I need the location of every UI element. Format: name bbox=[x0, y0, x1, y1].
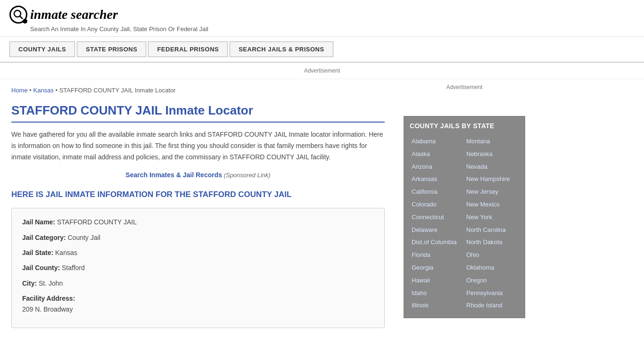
magnifier-icon bbox=[13, 9, 24, 20]
info-category-label: Jail Category: bbox=[22, 234, 66, 241]
state-link[interactable]: Ohio bbox=[464, 249, 519, 262]
description: We have gathered for you all the availab… bbox=[11, 129, 385, 163]
state-link[interactable]: Illinois bbox=[410, 299, 464, 312]
info-row-state: Jail State: Kansas bbox=[22, 247, 374, 258]
state-link[interactable]: North Dakota bbox=[464, 236, 519, 249]
breadcrumb-kansas[interactable]: Kansas bbox=[33, 87, 53, 94]
state-link[interactable]: Georgia bbox=[410, 262, 464, 274]
info-county-label: Jail County: bbox=[22, 264, 60, 272]
info-row-category: Jail Category: County Jail bbox=[22, 232, 374, 243]
logo-icon bbox=[9, 6, 27, 24]
state-link[interactable]: New Hampshire bbox=[464, 173, 519, 186]
main-nav: COUNTY JAILS STATE PRISONS FEDERAL PRISO… bbox=[0, 37, 644, 63]
sponsored-link-container: Search Inmates & Jail Records (Sponsored… bbox=[11, 171, 385, 179]
sidebar-ad-label: Advertisement bbox=[446, 84, 483, 90]
state-link[interactable]: Rhode Island bbox=[464, 299, 519, 312]
state-link[interactable]: Idaho bbox=[410, 287, 464, 300]
info-state-value: Kansas bbox=[55, 249, 77, 256]
tagline: Search An Inmate In Any County Jail, Sta… bbox=[30, 25, 635, 33]
state-link[interactable]: Alabama bbox=[410, 135, 464, 148]
breadcrumb-home[interactable]: Home bbox=[11, 87, 28, 94]
nav-search-jails[interactable]: SEARCH JAILS & PRISONS bbox=[230, 41, 333, 57]
breadcrumb-sep2: • bbox=[54, 87, 59, 94]
state-link[interactable]: Oregon bbox=[464, 274, 519, 287]
info-address-label: Facility Address: bbox=[22, 295, 75, 302]
info-name-label: Jail Name: bbox=[22, 218, 55, 226]
info-box: Jail Name: STAFFORD COUNTY JAIL Jail Cat… bbox=[11, 208, 385, 328]
ad-banner: Advertisement bbox=[0, 63, 644, 79]
state-link[interactable]: Florida bbox=[410, 249, 464, 262]
state-link[interactable]: Montana bbox=[464, 135, 519, 148]
state-link[interactable]: Arkansas bbox=[410, 173, 464, 186]
state-box-title: COUNTY JAILS BY STATE bbox=[410, 122, 519, 130]
state-link[interactable]: Hawaii bbox=[410, 274, 464, 287]
info-row-county: Jail County: Stafford bbox=[22, 263, 374, 273]
breadcrumb: Home • Kansas • STAFFORD COUNTY JAIL Inm… bbox=[11, 87, 385, 94]
nav-federal-prisons[interactable]: FEDERAL PRISONS bbox=[148, 41, 228, 57]
state-link[interactable]: Colorado bbox=[410, 198, 464, 211]
state-box: COUNTY JAILS BY STATE AlabamaAlaskaArizo… bbox=[404, 116, 525, 318]
nav-state-prisons[interactable]: STATE PRISONS bbox=[77, 41, 146, 57]
info-name-value: STAFFORD COUNTY JAIL bbox=[57, 218, 137, 226]
state-link[interactable]: California bbox=[410, 186, 464, 198]
state-link[interactable]: Dist.of Columbia bbox=[410, 236, 464, 249]
info-row-city: City: St. John bbox=[22, 278, 374, 288]
state-link[interactable]: Nebraska bbox=[464, 148, 519, 161]
sidebar: Advertisement COUNTY JAILS BY STATE Alab… bbox=[396, 79, 533, 345]
state-link[interactable]: North Carolina bbox=[464, 224, 519, 237]
breadcrumb-sep1: • bbox=[28, 87, 33, 94]
svg-line-1 bbox=[20, 16, 23, 19]
info-city-label: City: bbox=[22, 280, 37, 287]
state-link[interactable]: New York bbox=[464, 211, 519, 224]
state-link[interactable]: Alaska bbox=[410, 148, 464, 161]
info-county-value: Stafford bbox=[62, 264, 85, 272]
state-columns: AlabamaAlaskaArizonaArkansasCaliforniaCo… bbox=[410, 135, 519, 312]
header: inmate searcher Search An Inmate In Any … bbox=[0, 0, 644, 37]
logo-name-text: inmate searcher bbox=[30, 7, 118, 22]
logo-area: inmate searcher bbox=[9, 6, 635, 24]
page-title: STAFFORD COUNTY JAIL Inmate Locator bbox=[11, 103, 385, 123]
breadcrumb-current: STAFFORD COUNTY JAIL Inmate Locator bbox=[59, 87, 176, 94]
sponsored-text: (Sponsored Link) bbox=[222, 172, 271, 179]
info-row-name: Jail Name: STAFFORD COUNTY JAIL bbox=[22, 217, 374, 227]
info-category-value: County Jail bbox=[67, 234, 100, 241]
nav-county-jails[interactable]: COUNTY JAILS bbox=[9, 41, 75, 57]
logo-text: inmate searcher bbox=[30, 7, 118, 22]
state-link[interactable]: Delaware bbox=[410, 224, 464, 237]
state-col-right: MontanaNebraskaNevadaNew HampshireNew Je… bbox=[464, 135, 519, 312]
svg-point-0 bbox=[14, 10, 21, 17]
state-link[interactable]: Connecticut bbox=[410, 211, 464, 224]
sidebar-ad: Advertisement bbox=[404, 84, 525, 107]
info-state-label: Jail State: bbox=[22, 249, 53, 256]
state-link[interactable]: New Jersey bbox=[464, 186, 519, 198]
state-col-left: AlabamaAlaskaArizonaArkansasCaliforniaCo… bbox=[410, 135, 464, 312]
state-link[interactable]: Nevada bbox=[464, 161, 519, 173]
state-link[interactable]: Pennsylvania bbox=[464, 287, 519, 300]
ad-banner-label: Advertisement bbox=[304, 67, 340, 74]
content-area: Home • Kansas • STAFFORD COUNTY JAIL Inm… bbox=[0, 79, 396, 345]
info-address-value: 209 N. Broadway bbox=[22, 305, 73, 313]
info-row-address: Facility Address: 209 N. Broadway bbox=[22, 293, 374, 314]
main-layout: Home • Kansas • STAFFORD COUNTY JAIL Inm… bbox=[0, 79, 644, 345]
state-link[interactable]: Oklahoma bbox=[464, 262, 519, 274]
section-heading: HERE IS JAIL INMATE INFORMATION FOR THE … bbox=[11, 189, 385, 200]
state-link[interactable]: New Mexico bbox=[464, 198, 519, 211]
state-link[interactable]: Arizona bbox=[410, 161, 464, 173]
sponsored-link[interactable]: Search Inmates & Jail Records bbox=[125, 171, 222, 179]
info-city-value: St. John bbox=[39, 280, 63, 287]
